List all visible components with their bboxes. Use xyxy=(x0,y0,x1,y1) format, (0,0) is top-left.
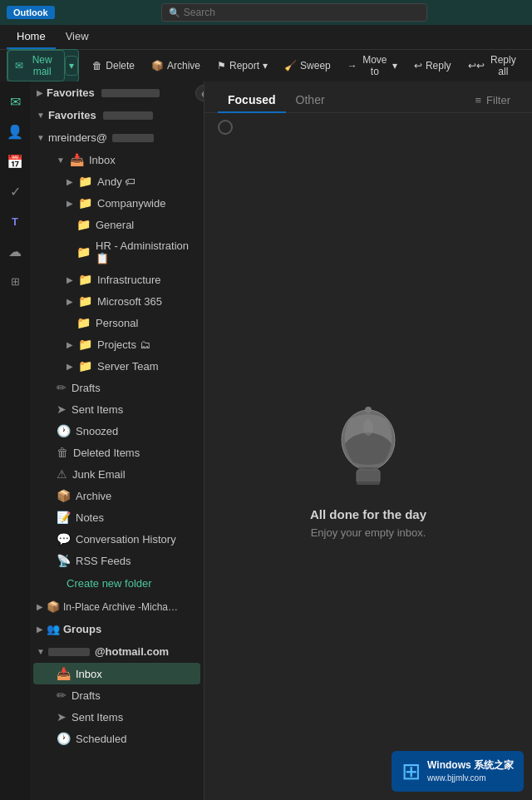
sidebar-server-team-label: Server Team xyxy=(97,360,194,373)
windows-watermark: ⊞ Windows 系统之家 www.bjjmlv.com xyxy=(392,751,524,792)
new-mail-dropdown[interactable]: ▾ xyxy=(65,56,78,76)
filter-button[interactable]: ≡ Filter xyxy=(467,91,519,110)
svg-rect-8 xyxy=(357,481,380,485)
list-checkbox-area xyxy=(204,113,532,141)
sidebar-item-hotmail-scheduled[interactable]: 🕐 Scheduled xyxy=(33,728,200,749)
sidebar: ❮ ▶ Favorites ▼ Favorites ▼ mreinders@ ▼… xyxy=(30,81,204,800)
ribbon-actions: ✉ New mail ▾ 🗑 Delete 📦 Archive ⚑ Report… xyxy=(0,50,532,81)
sidebar-item-infrastructure[interactable]: ▶ 📁 Infrastructure xyxy=(33,269,200,290)
sidebar-item-archive[interactable]: 📦 Archive xyxy=(33,485,200,506)
ribbon-tabs: Home View xyxy=(0,25,532,50)
new-mail-group: ✉ New mail ▾ xyxy=(7,49,79,82)
sidebar-item-general[interactable]: 📁 General xyxy=(33,214,200,235)
sidebar-item-projects[interactable]: ▶ 📁 Projects 🗂 xyxy=(33,333,200,355)
move-icon: → xyxy=(347,60,357,72)
sidebar-item-inbox[interactable]: ▼ 📥 Inbox xyxy=(33,149,200,170)
watermark-line1: Windows 系统之家 xyxy=(427,758,514,773)
sidebar-item-drafts[interactable]: ✏ Drafts xyxy=(33,377,200,398)
filter-label: Filter xyxy=(486,94,510,106)
watermark-line2: www.bjjmlv.com xyxy=(427,773,514,784)
archive-icon: 📦 xyxy=(151,60,164,72)
content-tabs: Focused Other ≡ Filter xyxy=(204,81,532,113)
sidebar-notes-label: Notes xyxy=(76,511,194,524)
chevron-down-icon: ▼ xyxy=(37,111,45,120)
title-bar: Outlook 🔍 xyxy=(0,0,532,25)
sidebar-item-hotmail-inbox[interactable]: 📥 Inbox xyxy=(33,663,200,684)
sidebar-item-hr-admin[interactable]: 📁 HR - Administration 📋 xyxy=(33,235,200,269)
svg-point-7 xyxy=(365,407,372,413)
create-folder-link[interactable]: Create new folder xyxy=(50,573,200,594)
tab-home[interactable]: Home xyxy=(7,25,56,49)
redacted-text xyxy=(101,89,160,97)
snoozed-icon: 🕐 xyxy=(57,424,71,437)
sidebar-favorites-collapsed[interactable]: ▶ Favorites xyxy=(30,81,204,104)
move-to-button[interactable]: → Move to ▾ xyxy=(341,51,404,81)
search-input[interactable] xyxy=(184,7,420,18)
server-team-icon: 📁 xyxy=(78,359,92,373)
sidebar-item-notes[interactable]: 📝 Notes xyxy=(33,506,200,528)
sidebar-item-andy[interactable]: ▶ 📁 Andy 🏷 xyxy=(33,170,200,192)
companywide-icon: 📁 xyxy=(78,196,92,210)
select-all-checkbox[interactable] xyxy=(218,120,233,135)
balloon-illustration xyxy=(327,402,410,494)
companywide-chevron-icon: ▶ xyxy=(66,199,73,208)
redacted-account xyxy=(112,134,154,142)
nav-mail[interactable]: ✉ xyxy=(2,88,28,115)
sidebar-infrastructure-label: Infrastructure xyxy=(97,274,194,286)
sidebar-item-personal[interactable]: 📁 Personal xyxy=(33,312,200,333)
sweep-icon: 🧹 xyxy=(284,60,297,72)
tab-other[interactable]: Other xyxy=(286,88,335,113)
sidebar-hotmail-header[interactable]: ▼ @hotmail.com xyxy=(30,640,204,663)
report-button[interactable]: ⚑ Report ▾ xyxy=(210,57,274,75)
nav-people[interactable]: 👤 xyxy=(2,118,28,145)
nav-tasks[interactable]: ✓ xyxy=(2,178,28,205)
sidebar-drafts-label: Drafts xyxy=(71,382,194,394)
svg-point-6 xyxy=(363,419,373,436)
nav-onedrive[interactable]: ☁ xyxy=(2,238,28,264)
hotmail-redacted xyxy=(48,648,90,656)
sidebar-item-server-team[interactable]: ▶ 📁 Server Team xyxy=(33,355,200,377)
delete-button[interactable]: 🗑 Delete xyxy=(86,57,141,75)
sidebar-hr-label: HR - Administration 📋 xyxy=(96,240,194,264)
andy-folder-icon: 📁 xyxy=(78,175,92,188)
sidebar-item-hotmail-drafts[interactable]: ✏ Drafts xyxy=(33,684,200,706)
general-icon: 📁 xyxy=(76,218,91,231)
sidebar-item-m365[interactable]: ▶ 📁 Microsoft 365 xyxy=(33,290,200,312)
sidebar-item-snoozed[interactable]: 🕐 Snoozed xyxy=(33,420,200,442)
sidebar-m365-label: Microsoft 365 xyxy=(97,295,194,308)
sidebar-favorites-expanded[interactable]: ▼ Favorites xyxy=(30,104,204,126)
sidebar-archive-label: Archive xyxy=(76,490,194,502)
rss-icon: 📡 xyxy=(57,554,71,567)
search-bar[interactable]: 🔍 xyxy=(161,3,427,22)
sidebar-item-companywide[interactable]: ▶ 📁 Companywide xyxy=(33,192,200,214)
archive-button[interactable]: 📦 Archive xyxy=(145,57,207,75)
sidebar-account-header[interactable]: ▼ mreinders@ xyxy=(30,126,204,149)
create-folder-container: Create new folder xyxy=(33,573,200,594)
reply-all-icon: ↩↩ xyxy=(468,60,485,72)
andy-chevron-icon: ▶ xyxy=(66,177,73,186)
tab-view[interactable]: View xyxy=(56,25,99,49)
sidebar-hotmail-drafts-label: Drafts xyxy=(71,689,194,702)
sidebar-item-hotmail-sent[interactable]: ➤ Sent Items xyxy=(33,706,200,728)
sidebar-hotmail-sent-label: Sent Items xyxy=(71,711,194,723)
app-logo: Outlook xyxy=(7,6,55,19)
new-mail-button[interactable]: ✉ New mail xyxy=(7,50,65,81)
sidebar-hotmail-label: @hotmail.com xyxy=(95,645,169,658)
nav-apps[interactable]: ⊞ xyxy=(2,268,28,294)
sidebar-item-junk[interactable]: ⚠ Junk Email xyxy=(33,463,200,485)
nav-teams[interactable]: T xyxy=(2,208,28,235)
sidebar-groups-header[interactable]: ▶ 👥 Groups xyxy=(30,618,204,640)
nav-calendar[interactable]: 📅 xyxy=(2,148,28,175)
sidebar-item-deleted[interactable]: 🗑 Deleted Items xyxy=(33,442,200,463)
sidebar-item-conversation-history[interactable]: 💬 Conversation History xyxy=(33,528,200,550)
junk-icon: ⚠ xyxy=(57,467,67,481)
reply-button[interactable]: ↩ Reply xyxy=(407,57,458,75)
sidebar-inplace-archive[interactable]: ▶ 📦 In-Place Archive -Michael Rei... xyxy=(30,595,204,618)
sidebar-item-sent[interactable]: ➤ Sent Items xyxy=(33,398,200,420)
inbox-empty-state: All done for the day Enjoy your empty in… xyxy=(204,141,532,800)
sidebar-item-rss[interactable]: 📡 RSS Feeds xyxy=(33,550,200,571)
reply-all-button[interactable]: ↩↩ Reply all xyxy=(461,51,525,81)
sweep-button[interactable]: 🧹 Sweep xyxy=(278,57,337,75)
tab-focused[interactable]: Focused xyxy=(218,88,286,113)
sidebar-junk-label: Junk Email xyxy=(72,468,194,481)
